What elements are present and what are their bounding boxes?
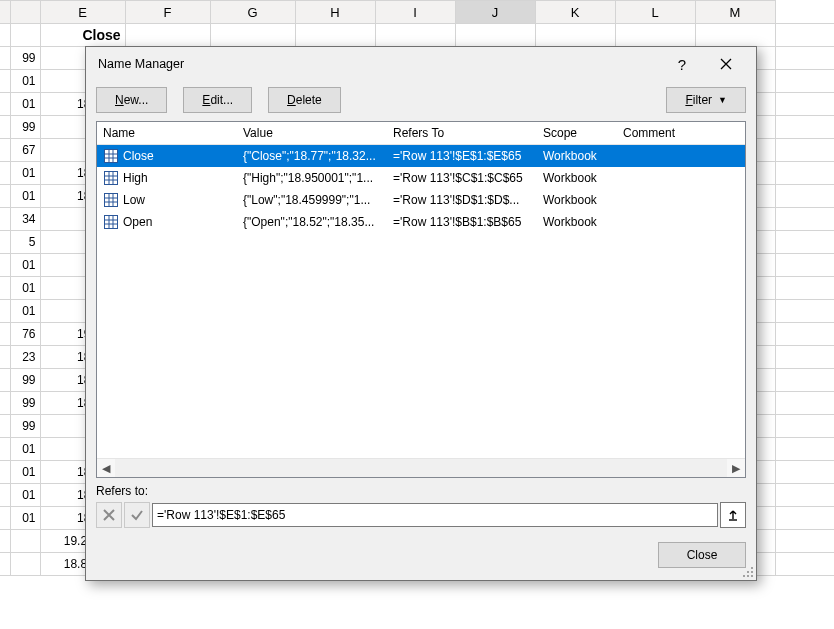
cell[interactable]: 99 <box>10 47 40 70</box>
cell[interactable] <box>775 461 834 484</box>
scroll-right-icon[interactable]: ▶ <box>727 459 745 477</box>
cell[interactable] <box>775 323 834 346</box>
cell[interactable] <box>0 277 10 300</box>
commit-edit-icon[interactable] <box>124 502 150 528</box>
cell[interactable] <box>0 185 10 208</box>
cell[interactable] <box>0 139 10 162</box>
cell[interactable] <box>0 208 10 231</box>
cell[interactable] <box>775 24 834 47</box>
cell[interactable] <box>10 24 40 47</box>
col-name[interactable]: Name <box>97 126 237 140</box>
cell[interactable] <box>0 93 10 116</box>
close-button[interactable]: Close <box>658 542 746 568</box>
cell[interactable] <box>0 300 10 323</box>
cell[interactable] <box>0 162 10 185</box>
cell[interactable]: 76 <box>10 323 40 346</box>
cell[interactable] <box>0 70 10 93</box>
cell[interactable] <box>775 231 834 254</box>
cell[interactable] <box>0 484 10 507</box>
column-header[interactable]: K <box>535 1 615 24</box>
column-header[interactable]: H <box>295 1 375 24</box>
cell[interactable] <box>210 24 295 47</box>
cell[interactable] <box>0 346 10 369</box>
name-row[interactable]: Open{"Open";"18.52";"18.35...='Row 113'!… <box>97 211 745 233</box>
cell[interactable]: 01 <box>10 484 40 507</box>
cell[interactable] <box>775 93 834 116</box>
cell[interactable] <box>775 438 834 461</box>
cell[interactable]: 01 <box>10 300 40 323</box>
cell[interactable] <box>10 553 40 576</box>
cell[interactable] <box>0 392 10 415</box>
cell[interactable] <box>0 461 10 484</box>
cell[interactable] <box>0 47 10 70</box>
cell[interactable] <box>125 24 210 47</box>
column-header[interactable]: I <box>375 1 455 24</box>
cell[interactable]: 5 <box>10 231 40 254</box>
delete-button[interactable]: Delete <box>268 87 341 113</box>
cell[interactable] <box>0 438 10 461</box>
cell[interactable] <box>775 254 834 277</box>
cell[interactable]: 34 <box>10 208 40 231</box>
cell[interactable] <box>775 369 834 392</box>
cell[interactable] <box>0 369 10 392</box>
column-header[interactable]: J <box>455 1 535 24</box>
cell[interactable] <box>775 392 834 415</box>
help-button[interactable]: ? <box>660 49 704 79</box>
cell[interactable]: 99 <box>10 116 40 139</box>
cell[interactable] <box>0 116 10 139</box>
cell[interactable] <box>775 47 834 70</box>
cell[interactable] <box>375 24 455 47</box>
cell[interactable] <box>775 185 834 208</box>
cell[interactable] <box>455 24 535 47</box>
cell[interactable] <box>535 24 615 47</box>
range-selector-icon[interactable] <box>720 502 746 528</box>
col-value[interactable]: Value <box>237 126 387 140</box>
list-horizontal-scrollbar[interactable]: ◀ ▶ <box>97 458 745 477</box>
new-button[interactable]: New... <box>96 87 167 113</box>
cell[interactable] <box>0 507 10 530</box>
edit-button[interactable]: Edit... <box>183 87 252 113</box>
cell[interactable] <box>0 24 10 47</box>
name-row[interactable]: High{"High";"18.950001";"1...='Row 113'!… <box>97 167 745 189</box>
cell[interactable] <box>775 346 834 369</box>
cell[interactable] <box>775 162 834 185</box>
cell[interactable]: 23 <box>10 346 40 369</box>
cell[interactable] <box>295 24 375 47</box>
cell[interactable]: 01 <box>10 438 40 461</box>
cell[interactable]: 99 <box>10 369 40 392</box>
refers-to-input[interactable] <box>152 503 718 527</box>
cell[interactable] <box>775 116 834 139</box>
cell[interactable]: 01 <box>10 185 40 208</box>
name-row[interactable]: Close{"Close";"18.77";"18.32...='Row 113… <box>97 145 745 167</box>
cell[interactable] <box>775 415 834 438</box>
cell[interactable]: Close <box>40 24 125 47</box>
cell[interactable] <box>775 484 834 507</box>
cell[interactable] <box>775 277 834 300</box>
cell[interactable]: 01 <box>10 277 40 300</box>
cell[interactable] <box>10 530 40 553</box>
cell[interactable] <box>0 231 10 254</box>
col-scope[interactable]: Scope <box>537 126 617 140</box>
cell[interactable]: 01 <box>10 162 40 185</box>
cell[interactable] <box>775 300 834 323</box>
cell[interactable] <box>695 24 775 47</box>
cell[interactable] <box>0 254 10 277</box>
col-comment[interactable]: Comment <box>617 126 745 140</box>
cell[interactable]: 01 <box>10 70 40 93</box>
cell[interactable] <box>0 415 10 438</box>
cell[interactable] <box>775 208 834 231</box>
filter-button[interactable]: Filter▼ <box>666 87 746 113</box>
column-header[interactable]: G <box>210 1 295 24</box>
close-icon[interactable] <box>704 49 748 79</box>
cell[interactable] <box>775 507 834 530</box>
cell[interactable] <box>0 530 10 553</box>
scroll-left-icon[interactable]: ◀ <box>97 459 115 477</box>
cell[interactable]: 01 <box>10 93 40 116</box>
list-column-headers[interactable]: Name Value Refers To Scope Comment <box>97 122 745 145</box>
cell[interactable] <box>775 553 834 576</box>
name-row[interactable]: Low{"Low";"18.459999";"1...='Row 113'!$D… <box>97 189 745 211</box>
cell[interactable] <box>615 24 695 47</box>
cancel-edit-icon[interactable] <box>96 502 122 528</box>
resize-grip-icon[interactable] <box>740 564 754 578</box>
col-refers[interactable]: Refers To <box>387 126 537 140</box>
